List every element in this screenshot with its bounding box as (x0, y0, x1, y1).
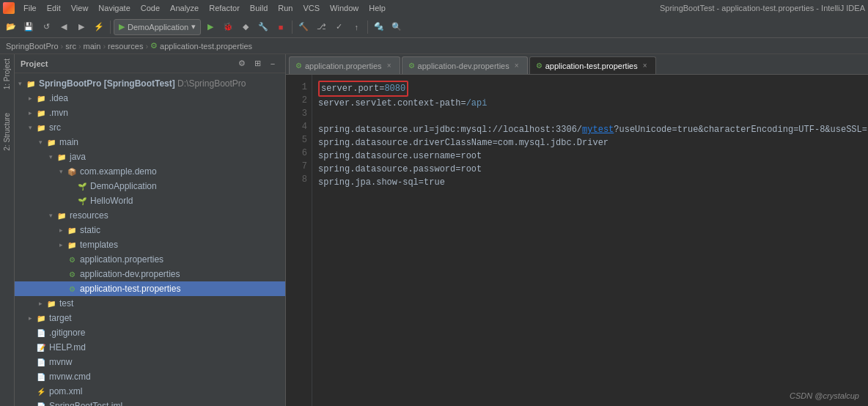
sidebar-title: Project (21, 59, 48, 68)
menu-refactor[interactable]: Refactor (205, 2, 244, 14)
breadcrumb-main[interactable]: main (84, 42, 101, 51)
iml-icon: 📄 (35, 400, 47, 406)
tree-item-iml[interactable]: 📄 SpringBootTest.iml (15, 399, 285, 406)
tree-label-target: target (49, 313, 282, 323)
tree-item-helpmd[interactable]: 📝 HELP.md (15, 340, 285, 355)
java-folder-icon: 📁 (56, 151, 67, 163)
toolbar-run-btn[interactable]: ▶ (202, 19, 218, 35)
toolbar-vcs-btn[interactable]: ⎇ (313, 19, 329, 35)
editor-tabs: ⚙ application.properties × ⚙ application… (286, 54, 868, 75)
tree-item-helloworld[interactable]: 🌱 HelloWorld (15, 193, 285, 208)
tree-item-dev-props[interactable]: ⚙ application-dev.properties (15, 267, 285, 281)
templates-folder-icon: 📁 (66, 239, 78, 251)
tree-item-mvnw[interactable]: 📄 mvnw (15, 355, 285, 369)
tab-application-test-properties[interactable]: ⚙ application-test.properties × (529, 56, 656, 74)
tree-label-helloworld: HelloWorld (90, 196, 282, 206)
tree-item-static[interactable]: 📁 static (15, 223, 285, 237)
tree-item-target[interactable]: 📁 target (15, 311, 285, 325)
tree-arrow-helloworld (66, 196, 76, 206)
menu-analyze[interactable]: Analyze (166, 2, 203, 14)
tree-arrow-demoapp (66, 181, 76, 191)
menu-vcs[interactable]: VCS (298, 2, 324, 14)
breadcrumb-spring-icon: ⚙ (150, 41, 158, 51)
tree-arrow-java (45, 152, 56, 162)
toolbar-forward-btn[interactable]: ▶ (73, 19, 89, 35)
tree-label-helpmd: HELP.md (49, 342, 282, 353)
menu-help[interactable]: Help (364, 2, 390, 14)
tree-item-src[interactable]: 📁 src (15, 120, 285, 135)
menu-edit[interactable]: Edit (43, 2, 65, 14)
sidebar-settings-btn[interactable]: ⚙ (235, 57, 249, 70)
tab-application-dev-properties[interactable]: ⚙ application-dev.properties × (402, 56, 528, 74)
menu-view[interactable]: View (67, 2, 93, 14)
sidebar-layout-btn[interactable]: ⊞ (251, 57, 264, 70)
toolbar-build2-btn[interactable]: 🔨 (295, 19, 312, 35)
menu-build[interactable]: Build (246, 2, 272, 14)
tree-item-app-props[interactable]: ⚙ application.properties (15, 252, 285, 267)
helpmd-icon: 📝 (35, 342, 47, 353)
toolbar-wrench-btn[interactable]: 🔩 (371, 19, 387, 35)
tree-item-mvnwcmd[interactable]: 📄 mvnw.cmd (15, 369, 285, 384)
tree-arrow-target (25, 313, 35, 323)
tree-item-root[interactable]: 📁 SpringBootPro [SpringBootTest] D:\Spri… (15, 76, 285, 91)
tab-close-test-props[interactable]: × (641, 62, 650, 70)
left-panel-project[interactable]: 1: Project (1, 54, 12, 94)
tree-label-app-props: application.properties (80, 254, 282, 265)
run-config-icon: ▶ (119, 22, 125, 32)
toolbar-back-btn[interactable]: ◀ (56, 19, 72, 35)
tree-item-java[interactable]: 📁 java (15, 150, 285, 164)
tree-item-pomxml[interactable]: ⚡ pom.xml (15, 384, 285, 399)
tree-item-package[interactable]: 📦 com.example.demo (15, 164, 285, 179)
toolbar-stop-btn[interactable]: ■ (273, 19, 289, 35)
breadcrumb-springbootpro[interactable]: SpringBootPro (6, 42, 59, 51)
left-panel-structure[interactable]: 2: Structure (1, 108, 12, 155)
tree-label-test: test (59, 298, 282, 309)
breadcrumb-file[interactable]: application-test.properties (160, 42, 252, 51)
run-config-selector[interactable]: ▶ DemoApplication ▾ (114, 19, 201, 35)
tree-arrow-root (15, 78, 25, 89)
toolbar-search-btn[interactable]: 🔍 (389, 19, 405, 35)
window-title: SpringBootTest - application-test.proper… (660, 4, 865, 12)
tab-close-dev-props[interactable]: × (512, 62, 521, 70)
toolbar-profile-btn[interactable]: 🔧 (255, 19, 271, 35)
target-folder-icon: 📁 (35, 312, 47, 324)
sidebar-header: Project ⚙ ⊞ − (15, 54, 285, 73)
demoapp-icon: 🌱 (76, 180, 88, 192)
editor-content[interactable]: server.port=8080 server.servlet.context-… (312, 75, 868, 406)
tab-application-properties[interactable]: ⚙ application.properties × (289, 56, 400, 74)
tree-item-idea[interactable]: 📁 .idea (15, 91, 285, 106)
tree-item-gitignore[interactable]: 📄 .gitignore (15, 325, 285, 340)
toolbar-sync-btn[interactable]: ↺ (38, 19, 54, 35)
menu-code[interactable]: Code (136, 2, 164, 14)
tree-label-gitignore: .gitignore (49, 328, 282, 338)
menu-run[interactable]: Run (273, 2, 297, 14)
menu-navigate[interactable]: Navigate (94, 2, 134, 14)
toolbar-push-btn[interactable]: ↑ (348, 19, 364, 35)
menu-window[interactable]: Window (326, 2, 363, 14)
toolbar-debug-btn[interactable]: 🐞 (220, 19, 236, 35)
app-logo (3, 2, 15, 14)
toolbar: 📂 💾 ↺ ◀ ▶ ⚡ ▶ DemoApplication ▾ ▶ 🐞 ◆ 🔧 … (0, 16, 868, 38)
breadcrumb-src[interactable]: src (65, 42, 76, 51)
toolbar-run-action-btn[interactable]: ⚡ (91, 19, 107, 35)
sidebar-icons: ⚙ ⊞ − (235, 57, 279, 70)
tree-item-test-props[interactable]: ⚙ application-test.properties (15, 281, 285, 296)
tree-item-test[interactable]: 📁 test (15, 296, 285, 311)
toolbar-commit-btn[interactable]: ✓ (331, 19, 347, 35)
tab-close-app-props[interactable]: × (385, 62, 394, 70)
toolbar-coverage-btn[interactable]: ◆ (238, 19, 254, 35)
toolbar-save-btn[interactable]: 💾 (21, 19, 37, 35)
toolbar-sep-2 (292, 21, 293, 34)
watermark: CSDN @crystalcup (790, 391, 859, 400)
breadcrumb-resources[interactable]: resources (108, 42, 143, 51)
sidebar-expand-btn[interactable]: − (266, 57, 279, 70)
tree-item-demoapp[interactable]: 🌱 DemoApplication (15, 179, 285, 193)
tree-item-mvn[interactable]: 📁 .mvn (15, 106, 285, 120)
code-line-1: server.port=8080 (318, 81, 862, 97)
tree-item-main[interactable]: 📁 main (15, 135, 285, 150)
toolbar-open-btn[interactable]: 📂 (3, 19, 19, 35)
tree-item-resources[interactable]: 📁 resources (15, 208, 285, 223)
tree-label-resources: resources (70, 210, 282, 221)
menu-file[interactable]: File (19, 2, 41, 14)
tree-item-templates[interactable]: 📁 templates (15, 237, 285, 252)
